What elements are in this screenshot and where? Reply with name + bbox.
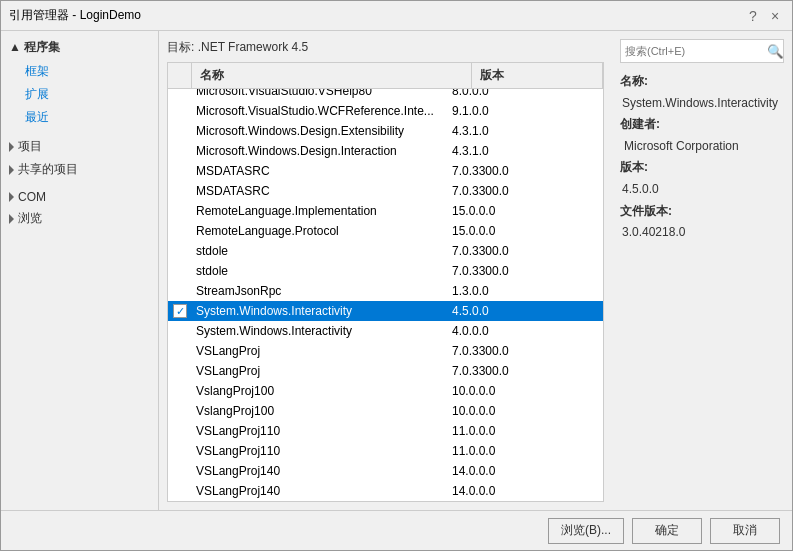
triangle-icon (9, 192, 14, 202)
table-row[interactable]: Microsoft.Windows.Design.Extensibility4.… (168, 121, 603, 141)
table-row[interactable]: RemoteLanguage.Protocol15.0.0.0 (168, 221, 603, 241)
row-version: 7.0.3300.0 (448, 264, 603, 278)
row-checkbox[interactable] (168, 484, 192, 498)
checkbox-icon (173, 264, 187, 278)
table-row[interactable]: VSLangProj11011.0.0.0 (168, 441, 603, 461)
row-checkbox[interactable] (168, 89, 192, 98)
sidebar-item-shared[interactable]: 共享的项目 (1, 158, 158, 181)
sidebar-item-projects[interactable]: 项目 (1, 135, 158, 158)
row-version: 11.0.0.0 (448, 424, 603, 438)
sidebar-item-browse[interactable]: 浏览 (1, 207, 158, 230)
browse-button[interactable]: 浏览(B)... (548, 518, 624, 544)
table-row[interactable]: MSDATASRC7.0.3300.0 (168, 181, 603, 201)
info-file-version-value: 3.0.40218.0 (620, 222, 784, 244)
search-icon: 🔍 (767, 44, 784, 59)
table-row[interactable]: stdole7.0.3300.0 (168, 261, 603, 281)
info-version-value: 4.5.0.0 (620, 179, 784, 201)
triangle-icon (9, 214, 14, 224)
sidebar-item-framework[interactable]: 框架 (1, 60, 158, 83)
sidebar-item-com[interactable]: COM (1, 187, 158, 207)
row-version: 7.0.3300.0 (448, 164, 603, 178)
row-checkbox[interactable] (168, 164, 192, 178)
dialog: 引用管理器 - LoginDemo ? × ▲ 程序集 框架 扩展 最近 项目 (0, 0, 793, 551)
row-name: stdole (192, 264, 448, 278)
row-checkbox[interactable] (168, 344, 192, 358)
right-panel: 🔍 名称: System.Windows.Interactivity 创建者: … (612, 31, 792, 510)
table-row[interactable]: RemoteLanguage.Implementation15.0.0.0 (168, 201, 603, 221)
row-checkbox[interactable] (168, 324, 192, 338)
checkbox-icon (173, 444, 187, 458)
checkbox-icon (173, 384, 187, 398)
checkbox-icon (173, 304, 187, 318)
row-checkbox[interactable] (168, 184, 192, 198)
row-checkbox[interactable] (168, 144, 192, 158)
col-name-header: 名称 (192, 63, 472, 88)
row-checkbox[interactable] (168, 444, 192, 458)
assemblies-header[interactable]: ▲ 程序集 (1, 35, 158, 60)
search-input[interactable] (621, 43, 767, 59)
row-checkbox[interactable] (168, 244, 192, 258)
close-button[interactable]: × (766, 7, 784, 25)
info-name-label: 名称: (620, 71, 784, 93)
info-panel: 名称: System.Windows.Interactivity 创建者: Mi… (620, 71, 784, 244)
triangle-icon (9, 142, 14, 152)
bottom-bar: 浏览(B)... 确定 取消 (1, 510, 792, 550)
row-version: 7.0.3300.0 (448, 184, 603, 198)
ok-button[interactable]: 确定 (632, 518, 702, 544)
row-version: 10.0.0.0 (448, 404, 603, 418)
row-checkbox[interactable] (168, 284, 192, 298)
sidebar-item-extensions[interactable]: 扩展 (1, 83, 158, 106)
table-row[interactable]: VSLangProj14014.0.0.0 (168, 481, 603, 501)
title-controls: ? × (744, 7, 784, 25)
checkbox-icon (173, 104, 187, 118)
row-checkbox[interactable] (168, 304, 192, 318)
table-row[interactable]: System.Windows.Interactivity4.5.0.0 (168, 301, 603, 321)
info-file-version-label: 文件版本: (620, 201, 784, 223)
row-version: 1.3.0.0 (448, 284, 603, 298)
table-body[interactable]: Microsoft.VisualStudio.VSHelp7.0.3300.0M… (168, 89, 603, 501)
row-checkbox[interactable] (168, 124, 192, 138)
row-name: Microsoft.VisualStudio.VSHelp80 (192, 89, 448, 98)
sidebar-item-recent[interactable]: 最近 (1, 106, 158, 129)
row-checkbox[interactable] (168, 464, 192, 478)
table-row[interactable]: StreamJsonRpc1.3.0.0 (168, 281, 603, 301)
cancel-button[interactable]: 取消 (710, 518, 780, 544)
table-row[interactable]: MSDATASRC7.0.3300.0 (168, 161, 603, 181)
table-row[interactable]: VslangProj10010.0.0.0 (168, 381, 603, 401)
row-version: 4.3.1.0 (448, 124, 603, 138)
row-checkbox[interactable] (168, 204, 192, 218)
table-row[interactable]: VSLangProj14014.0.0.0 (168, 461, 603, 481)
row-version: 4.3.1.0 (448, 144, 603, 158)
row-version: 15.0.0.0 (448, 224, 603, 238)
row-checkbox[interactable] (168, 404, 192, 418)
table-row[interactable]: Microsoft.Windows.Design.Interaction4.3.… (168, 141, 603, 161)
row-name: VslangProj100 (192, 384, 448, 398)
row-checkbox[interactable] (168, 384, 192, 398)
table-row[interactable]: VSLangProj7.0.3300.0 (168, 361, 603, 381)
row-version: 15.0.0.0 (448, 204, 603, 218)
table-row[interactable]: VSLangProj7.0.3300.0 (168, 341, 603, 361)
table-row[interactable]: VslangProj10010.0.0.0 (168, 401, 603, 421)
row-name: VSLangProj140 (192, 464, 448, 478)
table-row[interactable]: Microsoft.VisualStudio.VSHelp808.0.0.0 (168, 89, 603, 101)
table-row[interactable]: System.Windows.Interactivity4.0.0.0 (168, 321, 603, 341)
row-name: Microsoft.Windows.Design.Interaction (192, 144, 448, 158)
row-checkbox[interactable] (168, 264, 192, 278)
table-row[interactable]: stdole7.0.3300.0 (168, 241, 603, 261)
row-checkbox[interactable] (168, 224, 192, 238)
dialog-title: 引用管理器 - LoginDemo (9, 7, 141, 24)
row-version: 14.0.0.0 (448, 484, 603, 498)
row-checkbox[interactable] (168, 424, 192, 438)
row-name: System.Windows.Interactivity (192, 324, 448, 338)
table-row[interactable]: Microsoft.VisualStudio.WCFReference.Inte… (168, 101, 603, 121)
row-checkbox[interactable] (168, 364, 192, 378)
main-panel: 目标: .NET Framework 4.5 名称 版本 Microsoft.V… (159, 31, 612, 510)
table-row[interactable]: VSLangProj11011.0.0.0 (168, 421, 603, 441)
search-button[interactable]: 🔍 (767, 40, 784, 62)
checkbox-icon (173, 204, 187, 218)
help-button[interactable]: ? (744, 7, 762, 25)
row-version: 8.0.0.0 (448, 89, 603, 98)
row-version: 4.0.0.0 (448, 324, 603, 338)
checkbox-icon (173, 484, 187, 498)
row-checkbox[interactable] (168, 104, 192, 118)
